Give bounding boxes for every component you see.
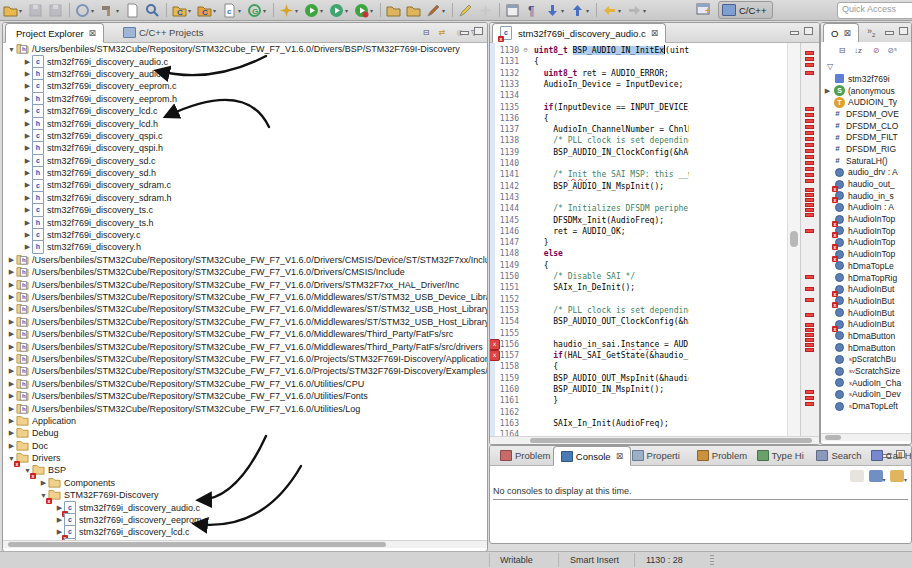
- collapsed-arrow-icon[interactable]: ▶: [23, 58, 32, 66]
- code-line[interactable]: 1139 BSP_AUDIO_IN_ClockConfig(&hAudioInT…: [490, 147, 819, 158]
- outline-item[interactable]: audio_drv : A: [823, 167, 911, 179]
- show-whitespace-button[interactable]: ¶: [525, 1, 540, 19]
- code-line[interactable]: 1160 BSP_AUDIO_IN_MspInit();: [490, 384, 819, 395]
- tree-item[interactable]: ▶hstm32f769i_discovery_audio.h: [3, 68, 487, 80]
- collapsed-arrow-icon[interactable]: ▶: [23, 132, 32, 140]
- code-line[interactable]: 1150 /* Disable SAI */: [490, 271, 819, 282]
- coverage-button[interactable]: ▾: [354, 1, 373, 19]
- tree-item[interactable]: ▶h/Users/benbiles/STM32Cube/Repository/S…: [3, 402, 487, 414]
- close-project-button[interactable]: [406, 1, 421, 19]
- collapsed-arrow-icon[interactable]: ▶: [7, 330, 16, 338]
- error-mark[interactable]: [805, 63, 814, 67]
- code-line[interactable]: 1145 DFSDMx_Init(AudioFreq);: [490, 215, 819, 226]
- minimize-icon[interactable]: [885, 31, 894, 35]
- collapsed-arrow-icon[interactable]: ▶: [7, 268, 16, 276]
- collapsed-arrow-icon[interactable]: ▶: [7, 256, 16, 264]
- collapsed-arrow-icon[interactable]: ▶: [23, 95, 32, 103]
- outline-item[interactable]: #DFSDM_FILT: [823, 131, 911, 143]
- view-menu-icon[interactable]: ▽: [823, 60, 837, 73]
- error-mark[interactable]: [805, 173, 814, 177]
- code-line[interactable]: 1137 AudioIn_ChannelNumber = ChnlNbr;: [490, 124, 819, 135]
- tree-item[interactable]: ▶cstm32f769i_discovery_eeprom.c: [3, 514, 487, 526]
- collapsed-arrow-icon[interactable]: ▶: [55, 516, 64, 524]
- code-line[interactable]: 1146 ret = AUDIO_OK;: [490, 226, 819, 237]
- code-line[interactable]: 1133 AudioIn_Device = InputDevice;: [490, 79, 819, 90]
- tab-editor-file[interactable]: cx stm32f769i_discovery_audio.c ⊠: [492, 23, 666, 43]
- perspective-cpp-button[interactable]: C/C++: [718, 1, 773, 19]
- error-mark[interactable]: [805, 343, 814, 347]
- tree-item[interactable]: ▶cstm32f769i_discovery_sd.c: [3, 155, 487, 167]
- outline-item[interactable]: #DFSDM_RIG: [823, 143, 911, 155]
- tree-item[interactable]: ▶h/Users/benbiles/STM32Cube/Repository/S…: [3, 303, 487, 315]
- error-mark[interactable]: [805, 229, 814, 233]
- code-line[interactable]: 1131{: [490, 56, 819, 67]
- error-mark[interactable]: [805, 328, 814, 332]
- quick-access-input[interactable]: Quick Access: [837, 2, 912, 19]
- hide-static-icon[interactable]: ⊘ˢ: [885, 44, 899, 57]
- pin-console-icon[interactable]: [850, 470, 864, 482]
- tab-type-hi[interactable]: Type Hi: [750, 446, 811, 464]
- tree-item[interactable]: ▼xBSP: [3, 464, 487, 476]
- error-mark[interactable]: [805, 193, 814, 197]
- debug-button[interactable]: ▾: [279, 1, 298, 19]
- collapsed-arrow-icon[interactable]: ▶: [7, 293, 16, 301]
- collapsed-arrow-icon[interactable]: ▶: [7, 429, 16, 437]
- collapsed-arrow-icon[interactable]: ▶: [39, 479, 48, 487]
- error-mark[interactable]: [805, 113, 814, 117]
- outline-item[interactable]: xhAudioInBut: [823, 295, 911, 307]
- code-line[interactable]: 1147 }: [490, 237, 819, 248]
- collapsed-arrow-icon[interactable]: ▶: [7, 405, 16, 413]
- minimize-icon[interactable]: [460, 31, 469, 35]
- code-line[interactable]: 1149 {: [490, 260, 819, 271]
- outline-item[interactable]: hDmaTopLe: [823, 260, 911, 272]
- sort-icon[interactable]: ↓z: [851, 44, 865, 57]
- outline-item[interactable]: hDmaButton: [823, 330, 911, 342]
- error-mark[interactable]: [805, 125, 814, 129]
- outline-item[interactable]: xhaudio_out_: [823, 178, 911, 190]
- code-area[interactable]: 1130⊖uint8_t BSP_AUDIO_IN_InitEx(uint16_…: [490, 43, 819, 444]
- tree-item[interactable]: ▶h/Users/benbiles/STM32Cube/Repository/S…: [3, 278, 487, 290]
- error-mark[interactable]: [805, 203, 814, 207]
- format-button[interactable]: ▾: [426, 1, 445, 19]
- maximize-icon[interactable]: [899, 27, 908, 35]
- code-line[interactable]: 1154 BSP_AUDIO_OUT_ClockConfig(&haudio_i…: [490, 316, 819, 327]
- tab-problem[interactable]: Problem: [493, 446, 557, 464]
- error-mark[interactable]: [805, 161, 814, 165]
- error-mark[interactable]: [805, 188, 814, 192]
- new-source-file-button[interactable]: c▾: [222, 1, 241, 19]
- collapsed-arrow-icon[interactable]: ▶: [7, 281, 16, 289]
- tab-project-explorer[interactable]: Project Explorer ⊠: [5, 23, 104, 43]
- tree-item[interactable]: ▶Application: [3, 415, 487, 427]
- hide-fields-icon[interactable]: ⊘: [869, 44, 883, 57]
- tree-item[interactable]: ▶cstm32f769i_discovery_qspi.c: [3, 130, 487, 142]
- collapsed-arrow-icon[interactable]: ▶: [23, 194, 32, 202]
- error-mark[interactable]: [805, 323, 814, 327]
- code-line[interactable]: 1153 /* PLL clock is set depending by th…: [490, 305, 819, 316]
- collapsed-arrow-icon[interactable]: ▶: [7, 343, 16, 351]
- next-annotation-button[interactable]: ▾: [545, 1, 564, 19]
- outline-item[interactable]: xhAudioInBut: [823, 318, 911, 330]
- build-all-button[interactable]: [125, 1, 140, 19]
- collapsed-arrow-icon[interactable]: ▶: [7, 305, 16, 313]
- tree-item[interactable]: ▼h/Users/benbiles/STM32Cube/Repository/S…: [3, 43, 487, 55]
- outline-item[interactable]: hDmaButton: [823, 342, 911, 354]
- tab-call-hier[interactable]: Call Hier: [864, 446, 912, 464]
- forward-button[interactable]: ▾: [627, 1, 646, 19]
- outline-item[interactable]: svScratchSize: [823, 365, 911, 377]
- collapsed-arrow-icon[interactable]: ▶: [23, 82, 32, 90]
- collapsed-arrow-icon[interactable]: ▶: [7, 417, 16, 425]
- tree-item[interactable]: ▶cxstm32f769i_discovery_audio.c: [3, 501, 487, 513]
- tree-item[interactable]: ▶cstm32f769i_discovery_eeprom.c: [3, 80, 487, 92]
- collapsed-arrow-icon[interactable]: ▶: [23, 157, 32, 165]
- outline-item[interactable]: hDmaTopRig: [823, 272, 911, 284]
- tab-properti[interactable]: Properti: [625, 446, 687, 464]
- tree-item[interactable]: ▶hstm32f769i_discovery_ts.h: [3, 216, 487, 228]
- tree-item[interactable]: ▶h/Users/benbiles/STM32Cube/Repository/S…: [3, 254, 487, 266]
- code-line[interactable]: 1130⊖uint8_t BSP_AUDIO_IN_InitEx(uint16_…: [490, 45, 819, 56]
- close-icon[interactable]: ⊠: [616, 451, 624, 461]
- tree-item[interactable]: ▶cstm32f769i_discovery.c: [3, 229, 487, 241]
- error-mark[interactable]: [805, 167, 814, 171]
- error-mark[interactable]: [805, 298, 814, 302]
- editor-vscrollbar[interactable]: [787, 43, 800, 436]
- code-line[interactable]: x1156 haudio_in_sai.Instance = AUDIO_IN_…: [490, 339, 819, 350]
